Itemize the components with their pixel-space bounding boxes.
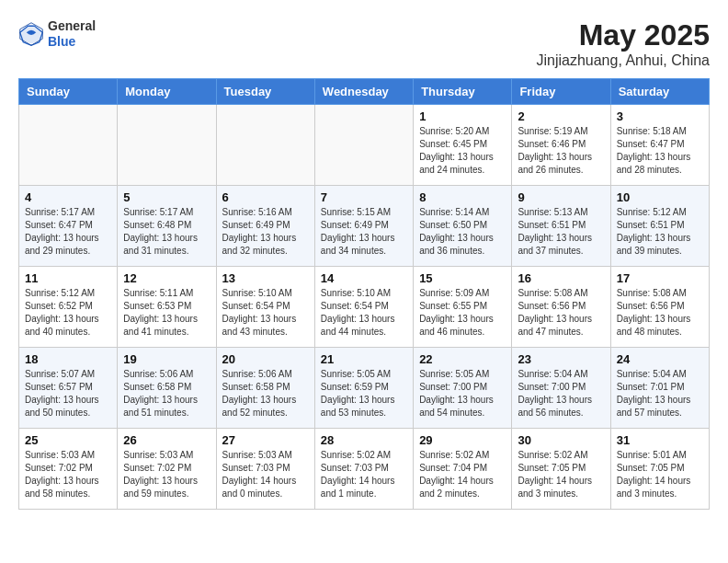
calendar-cell: 25Sunrise: 5:03 AM Sunset: 7:02 PM Dayli… — [19, 429, 118, 510]
day-info: Sunrise: 5:16 AM Sunset: 6:49 PM Dayligh… — [222, 206, 309, 258]
day-number: 23 — [518, 352, 604, 366]
day-number: 14 — [321, 271, 407, 285]
calendar-cell: 7Sunrise: 5:15 AM Sunset: 6:49 PM Daylig… — [314, 186, 413, 267]
day-number: 29 — [419, 433, 506, 447]
day-info: Sunrise: 5:03 AM Sunset: 7:02 PM Dayligh… — [123, 449, 210, 500]
day-info: Sunrise: 5:06 AM Sunset: 6:58 PM Dayligh… — [222, 368, 309, 419]
day-info: Sunrise: 5:10 AM Sunset: 6:54 PM Dayligh… — [321, 287, 407, 339]
calendar-cell: 12Sunrise: 5:11 AM Sunset: 6:53 PM Dayli… — [118, 267, 216, 348]
day-number: 3 — [617, 109, 703, 123]
day-info: Sunrise: 5:19 AM Sunset: 6:46 PM Dayligh… — [518, 125, 604, 177]
calendar-cell: 14Sunrise: 5:10 AM Sunset: 6:54 PM Dayli… — [314, 267, 413, 348]
month-title: May 2025 — [536, 18, 710, 52]
day-info: Sunrise: 5:09 AM Sunset: 6:55 PM Dayligh… — [419, 287, 506, 339]
calendar-cell: 17Sunrise: 5:08 AM Sunset: 6:56 PM Dayli… — [610, 267, 709, 348]
page-header: General Blue May 2025 Jinjiazhuang, Anhu… — [18, 18, 710, 69]
calendar-cell: 4Sunrise: 5:17 AM Sunset: 6:47 PM Daylig… — [19, 186, 118, 267]
calendar-cell: 23Sunrise: 5:04 AM Sunset: 7:00 PM Dayli… — [512, 348, 610, 429]
weekday-header-row: SundayMondayTuesdayWednesdayThursdayFrid… — [19, 79, 710, 105]
day-number: 6 — [222, 190, 309, 204]
calendar-cell: 18Sunrise: 5:07 AM Sunset: 6:57 PM Dayli… — [19, 348, 118, 429]
day-info: Sunrise: 5:01 AM Sunset: 7:05 PM Dayligh… — [617, 449, 703, 500]
calendar-cell: 13Sunrise: 5:10 AM Sunset: 6:54 PM Dayli… — [216, 267, 314, 348]
calendar-cell: 11Sunrise: 5:12 AM Sunset: 6:52 PM Dayli… — [19, 267, 118, 348]
day-number: 15 — [419, 271, 506, 285]
weekday-header-sunday: Sunday — [19, 79, 118, 105]
day-number: 20 — [222, 352, 309, 366]
logo-text: General Blue — [48, 18, 96, 50]
day-info: Sunrise: 5:17 AM Sunset: 6:48 PM Dayligh… — [123, 206, 210, 258]
day-info: Sunrise: 5:18 AM Sunset: 6:47 PM Dayligh… — [617, 125, 703, 177]
day-info: Sunrise: 5:04 AM Sunset: 7:00 PM Dayligh… — [518, 368, 604, 419]
day-number: 11 — [25, 271, 111, 285]
weekday-header-saturday: Saturday — [610, 79, 709, 105]
day-info: Sunrise: 5:05 AM Sunset: 7:00 PM Dayligh… — [419, 368, 506, 419]
day-info: Sunrise: 5:14 AM Sunset: 6:50 PM Dayligh… — [419, 206, 506, 258]
day-info: Sunrise: 5:04 AM Sunset: 7:01 PM Dayligh… — [617, 368, 703, 419]
title-area: May 2025 Jinjiazhuang, Anhui, China — [536, 18, 710, 69]
day-number: 13 — [222, 271, 309, 285]
day-number: 1 — [419, 109, 506, 123]
calendar-cell: 29Sunrise: 5:02 AM Sunset: 7:04 PM Dayli… — [414, 429, 512, 510]
calendar-week-row: 18Sunrise: 5:07 AM Sunset: 6:57 PM Dayli… — [19, 348, 710, 429]
calendar-cell: 20Sunrise: 5:06 AM Sunset: 6:58 PM Dayli… — [216, 348, 314, 429]
calendar-week-row: 11Sunrise: 5:12 AM Sunset: 6:52 PM Dayli… — [19, 267, 710, 348]
day-info: Sunrise: 5:12 AM Sunset: 6:51 PM Dayligh… — [617, 206, 703, 258]
day-number: 21 — [321, 352, 407, 366]
calendar-cell: 10Sunrise: 5:12 AM Sunset: 6:51 PM Dayli… — [610, 186, 709, 267]
weekday-header-monday: Monday — [118, 79, 216, 105]
day-info: Sunrise: 5:15 AM Sunset: 6:49 PM Dayligh… — [321, 206, 407, 258]
day-number: 27 — [222, 433, 309, 447]
weekday-header-thursday: Thursday — [414, 79, 512, 105]
day-number: 19 — [123, 352, 210, 366]
calendar-cell: 6Sunrise: 5:16 AM Sunset: 6:49 PM Daylig… — [216, 186, 314, 267]
calendar-cell: 1Sunrise: 5:20 AM Sunset: 6:45 PM Daylig… — [414, 105, 512, 186]
day-number: 12 — [123, 271, 210, 285]
calendar-week-row: 1Sunrise: 5:20 AM Sunset: 6:45 PM Daylig… — [19, 105, 710, 186]
day-info: Sunrise: 5:08 AM Sunset: 6:56 PM Dayligh… — [617, 287, 703, 339]
day-info: Sunrise: 5:03 AM Sunset: 7:03 PM Dayligh… — [222, 449, 309, 500]
calendar-cell: 16Sunrise: 5:08 AM Sunset: 6:56 PM Dayli… — [512, 267, 610, 348]
day-number: 30 — [518, 433, 604, 447]
day-info: Sunrise: 5:12 AM Sunset: 6:52 PM Dayligh… — [25, 287, 111, 339]
day-number: 5 — [123, 190, 210, 204]
day-info: Sunrise: 5:03 AM Sunset: 7:02 PM Dayligh… — [25, 449, 111, 500]
calendar-cell: 19Sunrise: 5:06 AM Sunset: 6:58 PM Dayli… — [118, 348, 216, 429]
calendar-cell: 30Sunrise: 5:02 AM Sunset: 7:05 PM Dayli… — [512, 429, 610, 510]
day-number: 4 — [25, 190, 111, 204]
day-number: 2 — [518, 109, 604, 123]
calendar-cell: 15Sunrise: 5:09 AM Sunset: 6:55 PM Dayli… — [414, 267, 512, 348]
calendar-table: SundayMondayTuesdayWednesdayThursdayFrid… — [18, 78, 710, 510]
calendar-cell: 9Sunrise: 5:13 AM Sunset: 6:51 PM Daylig… — [512, 186, 610, 267]
day-info: Sunrise: 5:20 AM Sunset: 6:45 PM Dayligh… — [419, 125, 506, 177]
calendar-cell — [118, 105, 216, 186]
calendar-cell: 5Sunrise: 5:17 AM Sunset: 6:48 PM Daylig… — [118, 186, 216, 267]
day-info: Sunrise: 5:13 AM Sunset: 6:51 PM Dayligh… — [518, 206, 604, 258]
day-info: Sunrise: 5:11 AM Sunset: 6:53 PM Dayligh… — [123, 287, 210, 339]
weekday-header-wednesday: Wednesday — [314, 79, 413, 105]
day-info: Sunrise: 5:17 AM Sunset: 6:47 PM Dayligh… — [25, 206, 111, 258]
calendar-cell: 26Sunrise: 5:03 AM Sunset: 7:02 PM Dayli… — [118, 429, 216, 510]
day-number: 25 — [25, 433, 111, 447]
day-number: 7 — [321, 190, 407, 204]
day-info: Sunrise: 5:02 AM Sunset: 7:04 PM Dayligh… — [419, 449, 506, 500]
day-info: Sunrise: 5:02 AM Sunset: 7:05 PM Dayligh… — [518, 449, 604, 500]
calendar-cell — [314, 105, 413, 186]
day-number: 31 — [617, 433, 703, 447]
calendar-cell: 24Sunrise: 5:04 AM Sunset: 7:01 PM Dayli… — [610, 348, 709, 429]
calendar-cell: 31Sunrise: 5:01 AM Sunset: 7:05 PM Dayli… — [610, 429, 709, 510]
weekday-header-friday: Friday — [512, 79, 610, 105]
day-info: Sunrise: 5:05 AM Sunset: 6:59 PM Dayligh… — [321, 368, 407, 419]
calendar-cell — [19, 105, 118, 186]
day-number: 28 — [321, 433, 407, 447]
calendar-cell: 28Sunrise: 5:02 AM Sunset: 7:03 PM Dayli… — [314, 429, 413, 510]
day-number: 8 — [419, 190, 506, 204]
logo: General Blue — [18, 18, 96, 50]
day-number: 17 — [617, 271, 703, 285]
calendar-week-row: 4Sunrise: 5:17 AM Sunset: 6:47 PM Daylig… — [19, 186, 710, 267]
calendar-cell: 8Sunrise: 5:14 AM Sunset: 6:50 PM Daylig… — [414, 186, 512, 267]
calendar-cell: 3Sunrise: 5:18 AM Sunset: 6:47 PM Daylig… — [610, 105, 709, 186]
day-number: 18 — [25, 352, 111, 366]
day-number: 16 — [518, 271, 604, 285]
day-info: Sunrise: 5:02 AM Sunset: 7:03 PM Dayligh… — [321, 449, 407, 500]
